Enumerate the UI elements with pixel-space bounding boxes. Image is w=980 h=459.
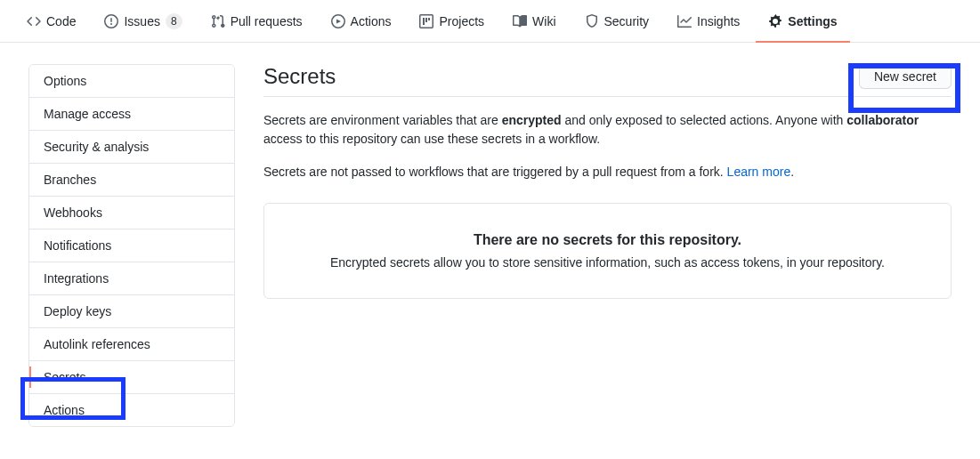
sidebar-item-notifications[interactable]: Notifications — [29, 230, 234, 262]
insights-icon — [677, 14, 692, 28]
tab-wiki-label: Wiki — [532, 14, 555, 28]
tab-settings[interactable]: Settings — [756, 0, 849, 42]
sidebar-item-label: Manage access — [44, 107, 131, 121]
tab-settings-label: Settings — [788, 14, 837, 28]
issues-icon — [104, 14, 118, 28]
gear-icon — [768, 14, 782, 28]
tab-issues-label: Issues — [124, 14, 159, 28]
tab-projects-label: Projects — [439, 14, 484, 28]
sidebar-item-webhooks[interactable]: Webhooks — [29, 197, 234, 230]
tab-pulls[interactable]: Pull requests — [198, 0, 315, 42]
sidebar-item-label: Autolink references — [44, 337, 150, 351]
sidebar-item-manage-access[interactable]: Manage access — [29, 98, 234, 131]
sidebar-item-secrets[interactable]: Secrets — [29, 361, 234, 394]
sidebar-item-integrations[interactable]: Integrations — [29, 262, 234, 295]
empty-state-title: There are no secrets for this repository… — [293, 232, 922, 248]
tab-projects[interactable]: Projects — [407, 0, 497, 42]
sidebar-item-autolink[interactable]: Autolink references — [29, 328, 234, 361]
wiki-icon — [513, 14, 527, 28]
tab-code[interactable]: Code — [14, 0, 88, 42]
tab-wiki[interactable]: Wiki — [500, 0, 568, 42]
tab-insights-label: Insights — [697, 14, 740, 28]
sidebar-item-label: Options — [44, 74, 86, 88]
tab-insights[interactable]: Insights — [665, 0, 752, 42]
repo-nav: Code Issues 8 Pull requests Actions Proj… — [0, 0, 980, 43]
tab-security[interactable]: Security — [572, 0, 662, 42]
learn-more-link[interactable]: Learn more — [727, 165, 791, 179]
sidebar-item-deploy-keys[interactable]: Deploy keys — [29, 295, 234, 328]
page-title: Secrets — [263, 64, 336, 89]
sidebar-item-label: Webhooks — [44, 205, 102, 220]
code-icon — [27, 14, 41, 28]
sidebar-item-actions[interactable]: Actions — [29, 394, 234, 426]
tab-pulls-label: Pull requests — [231, 14, 303, 28]
issues-count: 8 — [166, 13, 182, 29]
projects-icon — [419, 14, 433, 28]
sidebar-item-label: Branches — [44, 173, 96, 187]
sidebar-item-options[interactable]: Options — [29, 65, 234, 98]
tab-actions[interactable]: Actions — [319, 0, 404, 42]
shield-icon — [585, 14, 599, 28]
tab-security-label: Security — [604, 14, 650, 28]
description-paragraph-1: Secrets are environment variables that a… — [263, 111, 952, 149]
sidebar-item-security-analysis[interactable]: Security & analysis — [29, 131, 234, 164]
description-paragraph-2: Secrets are not passed to workflows that… — [263, 163, 952, 181]
page-header: Secrets New secret — [263, 64, 952, 97]
new-secret-button[interactable]: New secret — [859, 64, 952, 89]
tab-actions-label: Actions — [351, 14, 392, 28]
sidebar-item-branches[interactable]: Branches — [29, 164, 234, 197]
pull-request-icon — [211, 14, 225, 28]
sidebar-item-label: Security & analysis — [44, 140, 149, 154]
sidebar-item-label: Notifications — [44, 238, 111, 253]
content-area: Secrets New secret Secrets are environme… — [263, 64, 952, 427]
sidebar-item-label: Integrations — [44, 271, 109, 286]
tab-code-label: Code — [46, 14, 76, 28]
empty-state: There are no secrets for this repository… — [263, 203, 952, 299]
settings-sidebar: Options Manage access Security & analysi… — [28, 64, 235, 427]
sidebar-item-label: Deploy keys — [44, 304, 111, 318]
sidebar-item-label: Actions — [44, 403, 85, 417]
tab-issues[interactable]: Issues 8 — [92, 0, 194, 42]
sidebar-item-label: Secrets — [44, 370, 85, 384]
empty-state-subtitle: Encrypted secrets allow you to store sen… — [293, 255, 922, 270]
main-layout: Options Manage access Security & analysi… — [0, 43, 980, 448]
actions-icon — [331, 14, 345, 28]
